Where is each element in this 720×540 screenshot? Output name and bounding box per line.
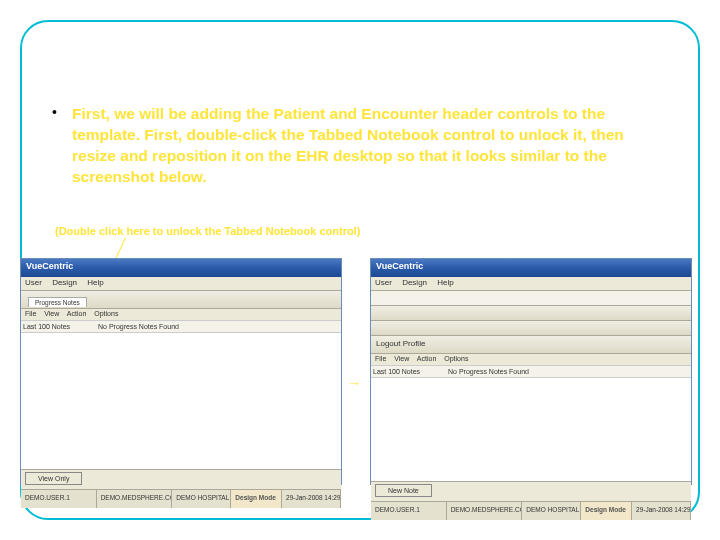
instruction-text: First, we will be adding the Patient and… bbox=[72, 104, 660, 188]
submenu-options[interactable]: Options bbox=[444, 355, 468, 362]
submenu-options[interactable]: Options bbox=[94, 310, 118, 317]
menu-help[interactable]: Help bbox=[437, 278, 453, 287]
bullet-dot: • bbox=[52, 104, 57, 120]
menu-user[interactable]: User bbox=[25, 278, 42, 287]
status-user: DEMO.USER.1 bbox=[21, 490, 97, 508]
notes-list-header: Last 100 Notes bbox=[21, 321, 96, 333]
new-note-button[interactable]: New Note bbox=[375, 484, 432, 497]
app-window-before: VueCentric User Design Help Progress Not… bbox=[20, 258, 342, 485]
menubar: User Design Help bbox=[371, 277, 691, 291]
patient-band: Progress Notes bbox=[21, 291, 341, 309]
status-time: 29-Jan-2008 14:29 bbox=[282, 490, 341, 508]
menubar: User Design Help bbox=[21, 277, 341, 291]
app-window-after: VueCentric User Design Help Logout Profi… bbox=[370, 258, 692, 485]
menu-help[interactable]: Help bbox=[87, 278, 103, 287]
notes-list-pane: Last 100 Notes bbox=[371, 366, 447, 481]
statusbar: DEMO.USER.1 DEMO.MEDSPHERE.COM DEMO HOSP… bbox=[21, 489, 341, 508]
status-site: DEMO HOSPITAL bbox=[522, 502, 581, 520]
toolbar-blank bbox=[371, 291, 691, 306]
status-server: DEMO.MEDSPHERE.COM bbox=[447, 502, 523, 520]
submenu-action[interactable]: Action bbox=[417, 355, 436, 362]
submenu-view[interactable]: View bbox=[394, 355, 409, 362]
encounter-header-band bbox=[371, 321, 691, 336]
instruction-block: • First, we will be adding the Patient a… bbox=[72, 104, 660, 188]
patient-band: Logout Profile bbox=[371, 336, 691, 354]
tab-progress-notes[interactable]: Progress Notes bbox=[28, 297, 87, 307]
status-mode: Design Mode bbox=[581, 502, 632, 520]
submenu-file[interactable]: File bbox=[375, 355, 386, 362]
submenu-action[interactable]: Action bbox=[67, 310, 86, 317]
submenu-file[interactable]: File bbox=[25, 310, 36, 317]
transition-arrow: → bbox=[347, 375, 360, 391]
status-time: 29-Jan-2008 14:29 bbox=[632, 502, 691, 520]
menu-user[interactable]: User bbox=[375, 278, 392, 287]
note-view-header: No Progress Notes Found bbox=[446, 366, 691, 378]
sub-menubar: File View Action Options bbox=[371, 354, 691, 366]
status-mode: Design Mode bbox=[231, 490, 282, 508]
status-server: DEMO.MEDSPHERE.COM bbox=[97, 490, 173, 508]
button-area: View Only bbox=[21, 469, 341, 489]
titlebar: VueCentric bbox=[21, 259, 341, 277]
titlebar: VueCentric bbox=[371, 259, 691, 277]
menu-design[interactable]: Design bbox=[402, 278, 427, 287]
notes-list-pane: Last 100 Notes bbox=[21, 321, 97, 469]
status-site: DEMO HOSPITAL bbox=[172, 490, 231, 508]
body-area: Last 100 Notes No Progress Notes Found bbox=[21, 321, 341, 469]
submenu-view[interactable]: View bbox=[44, 310, 59, 317]
note-view-pane: No Progress Notes Found bbox=[96, 321, 341, 469]
view-only-button[interactable]: View Only bbox=[25, 472, 82, 485]
sub-menubar: File View Action Options bbox=[21, 309, 341, 321]
status-user: DEMO.USER.1 bbox=[371, 502, 447, 520]
menu-design[interactable]: Design bbox=[52, 278, 77, 287]
patient-header-band bbox=[371, 306, 691, 321]
notes-list-header: Last 100 Notes bbox=[371, 366, 446, 378]
note-view-header: No Progress Notes Found bbox=[96, 321, 341, 333]
note-view-pane: No Progress Notes Found bbox=[446, 366, 691, 481]
unlock-hint: (Double click here to unlock the Tabbed … bbox=[55, 225, 360, 237]
button-area: New Note bbox=[371, 481, 691, 501]
statusbar: DEMO.USER.1 DEMO.MEDSPHERE.COM DEMO HOSP… bbox=[371, 501, 691, 520]
body-area: Last 100 Notes No Progress Notes Found bbox=[371, 366, 691, 481]
